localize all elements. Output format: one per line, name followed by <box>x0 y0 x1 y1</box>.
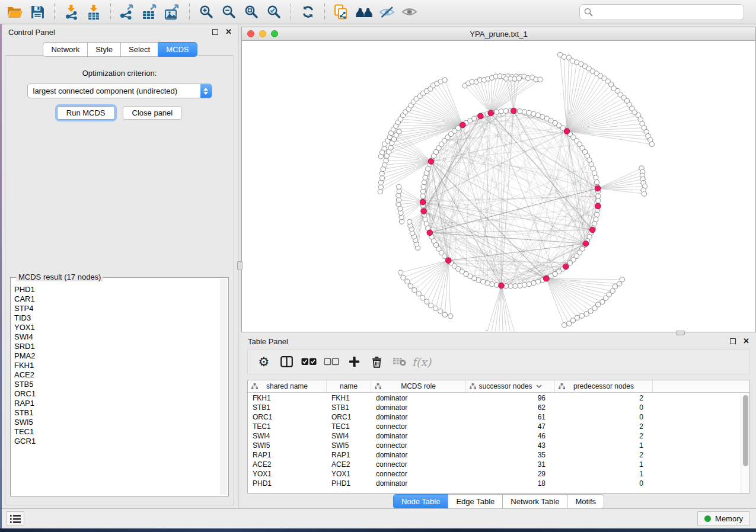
cell-predecessor-nodes[interactable]: 2 <box>555 422 653 431</box>
table-row[interactable]: TEC1TEC1connector472 <box>248 422 741 431</box>
tab-node-table[interactable]: Node Table <box>393 494 448 509</box>
cell-shared-name[interactable]: RAP1 <box>248 451 327 459</box>
table-row[interactable]: SWI4SWI4dominator462 <box>248 431 741 441</box>
mcds-result-item[interactable]: RAP1 <box>14 399 219 408</box>
network-canvas[interactable] <box>241 41 756 332</box>
save-session-icon[interactable] <box>26 2 49 22</box>
tab-style[interactable]: Style <box>87 42 120 57</box>
tab-network-table[interactable]: Network Table <box>502 494 567 509</box>
mcds-result-item[interactable]: PHD1 <box>14 285 219 294</box>
delete-column-icon[interactable] <box>365 351 388 373</box>
table-row[interactable]: ORC1ORC1dominator610 <box>248 412 741 422</box>
cell-mcds-role[interactable]: connector <box>371 460 466 469</box>
export-image-icon[interactable] <box>161 2 184 22</box>
table-row[interactable]: RAP1RAP1dominator352 <box>248 450 741 460</box>
network-window-titlebar[interactable]: YPA_prune.txt_1 <box>241 27 756 41</box>
table-row[interactable]: FKH1FKH1dominator962 <box>248 393 741 403</box>
mcds-result-item[interactable]: SWI5 <box>14 418 219 427</box>
cell-successor-nodes[interactable]: 31 <box>466 460 555 469</box>
table-scrollbar-handle[interactable] <box>743 395 748 466</box>
cell-shared-name[interactable]: STB1 <box>248 403 327 412</box>
cell-name[interactable]: TEC1 <box>327 422 371 431</box>
cell-successor-nodes[interactable]: 43 <box>466 441 555 450</box>
cell-name[interactable]: YOX1 <box>327 470 371 478</box>
unselect-all-columns-icon[interactable] <box>320 351 343 373</box>
cell-name[interactable]: FKH1 <box>327 394 371 402</box>
cell-predecessor-nodes[interactable]: 0 <box>555 403 653 412</box>
mcds-result-item[interactable]: TID3 <box>14 313 219 323</box>
run-mcds-button[interactable]: Run MCDS <box>57 106 115 120</box>
mcds-result-item[interactable]: YOX1 <box>14 323 219 332</box>
cell-mcds-role[interactable]: dominator <box>371 403 466 412</box>
mcds-result-item[interactable]: SWI4 <box>14 332 219 342</box>
hide-selected-icon[interactable] <box>375 2 398 22</box>
refresh-layout-icon[interactable] <box>296 2 319 22</box>
cell-successor-nodes[interactable]: 29 <box>466 470 555 478</box>
cell-successor-nodes[interactable]: 46 <box>466 432 555 440</box>
cell-shared-name[interactable]: ORC1 <box>248 413 327 421</box>
cell-name[interactable]: STB1 <box>327 403 371 412</box>
clone-network-icon[interactable] <box>330 2 353 22</box>
cell-mcds-role[interactable]: dominator <box>371 479 466 488</box>
mcds-result-item[interactable]: STB5 <box>14 380 219 389</box>
cell-shared-name[interactable]: TEC1 <box>248 422 327 431</box>
cell-shared-name[interactable]: SWI4 <box>248 432 327 440</box>
cell-predecessor-nodes[interactable]: 0 <box>555 413 653 421</box>
zoom-in-icon[interactable] <box>195 2 218 22</box>
node-table-body[interactable]: FKH1FKH1dominator962STB1STB1dominator620… <box>248 393 741 493</box>
mcds-result-item[interactable]: TEC1 <box>14 427 219 437</box>
mcds-result-item[interactable]: ACE2 <box>14 370 219 380</box>
cell-predecessor-nodes[interactable]: 1 <box>555 441 653 450</box>
search-box[interactable] <box>579 4 744 20</box>
cell-successor-nodes[interactable]: 18 <box>466 479 555 488</box>
mcds-result-scrollbar[interactable] <box>221 279 227 495</box>
zoom-fit-icon[interactable] <box>240 2 263 22</box>
column-header-successor-nodes[interactable]: successor nodes <box>466 380 555 392</box>
column-header-predecessor-nodes[interactable]: predecessor nodes <box>555 380 653 392</box>
mcds-result-item[interactable]: STB1 <box>14 408 219 418</box>
column-header-shared-name[interactable]: shared name <box>248 380 327 392</box>
close-panel-icon[interactable]: ✕ <box>225 29 232 35</box>
cell-successor-nodes[interactable]: 62 <box>466 403 555 412</box>
delete-table-icon[interactable] <box>388 351 410 373</box>
tab-edge-table[interactable]: Edge Table <box>448 494 502 509</box>
mcds-result-item[interactable]: GCR1 <box>14 437 219 446</box>
mcds-result-item[interactable]: ORC1 <box>14 389 219 399</box>
cell-successor-nodes[interactable]: 61 <box>466 413 555 421</box>
table-divider-grip[interactable] <box>676 331 685 335</box>
cell-name[interactable]: ORC1 <box>327 413 371 421</box>
memory-button[interactable]: Memory <box>697 511 750 526</box>
cell-predecessor-nodes[interactable]: 1 <box>555 460 653 469</box>
mcds-result-item[interactable]: CAR1 <box>14 294 219 304</box>
table-row[interactable]: YOX1YOX1connector291 <box>248 469 741 479</box>
cell-predecessor-nodes[interactable]: 2 <box>555 432 653 440</box>
table-scrollbar[interactable] <box>741 393 749 493</box>
cell-successor-nodes[interactable]: 35 <box>466 451 555 459</box>
mcds-result-item[interactable]: PMA2 <box>14 351 219 361</box>
select-all-columns-icon[interactable] <box>298 351 320 373</box>
column-header-mcds-role[interactable]: MCDS role <box>371 380 466 392</box>
mcds-result-list[interactable]: PHD1CAR1STP4TID3YOX1SWI4SRD1PMA2FKH1ACE2… <box>14 285 219 495</box>
tab-network[interactable]: Network <box>43 42 87 57</box>
cell-successor-nodes[interactable]: 47 <box>466 422 555 431</box>
cell-name[interactable]: ACE2 <box>327 460 371 469</box>
table-options-gear-icon[interactable]: ⚙ <box>253 351 275 373</box>
cell-mcds-role[interactable]: dominator <box>371 394 466 402</box>
cell-predecessor-nodes[interactable]: 0 <box>555 479 653 488</box>
mcds-result-item[interactable]: FKH1 <box>14 361 219 370</box>
open-folder-icon[interactable] <box>4 2 26 22</box>
mcds-result-item[interactable]: SRD1 <box>14 342 219 351</box>
tab-mcds[interactable]: MCDS <box>158 42 197 57</box>
zoom-selected-icon[interactable] <box>263 2 285 22</box>
cell-mcds-role[interactable]: dominator <box>371 413 466 421</box>
panel-divider-grip[interactable] <box>237 261 243 270</box>
float-window-icon[interactable] <box>730 338 736 344</box>
zoom-out-icon[interactable] <box>218 2 240 22</box>
show-all-icon[interactable] <box>398 2 420 22</box>
task-history-icon[interactable] <box>6 511 24 526</box>
search-input[interactable] <box>593 8 739 17</box>
import-network-icon[interactable] <box>60 2 82 22</box>
mcds-result-item[interactable]: STP4 <box>14 304 219 313</box>
close-panel-icon[interactable]: ✕ <box>743 338 749 344</box>
export-table-icon[interactable] <box>139 2 161 22</box>
